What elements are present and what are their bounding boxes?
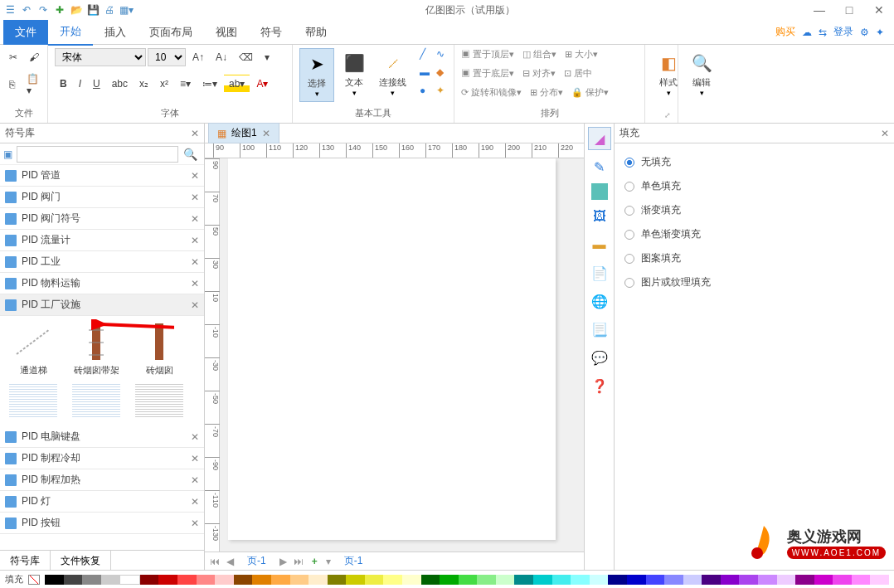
close-lib-icon[interactable]: ✕: [191, 170, 199, 182]
lib-item-keyboard[interactable]: PID 电脑键盘✕: [0, 426, 204, 448]
close-lib-icon[interactable]: ✕: [191, 299, 199, 311]
close-panel-icon[interactable]: ✕: [191, 128, 199, 139]
qat-new-icon[interactable]: ✚: [53, 3, 66, 17]
increase-font-icon[interactable]: A↑: [187, 48, 209, 66]
lib-item-button[interactable]: PID 按钮✕: [0, 513, 204, 534]
clear-format-icon[interactable]: ⌫: [234, 48, 258, 66]
settings-icon[interactable]: ⚙: [860, 27, 869, 38]
qat-print-icon[interactable]: 🖨: [103, 3, 116, 17]
close-lib-icon[interactable]: ✕: [191, 474, 199, 486]
bullets-icon[interactable]: ≔▾: [197, 75, 222, 93]
connector-tool[interactable]: ⟋连接线▾: [374, 48, 411, 100]
qat-menu-icon[interactable]: ☰: [3, 3, 17, 17]
bottom-tab-lib[interactable]: 符号库: [0, 551, 51, 570]
star-shape-icon[interactable]: ✦: [436, 85, 445, 96]
protect-button[interactable]: 🔒 保护▾: [571, 86, 609, 99]
fill-opt-none[interactable]: 无填充: [624, 150, 884, 174]
size-button[interactable]: ⊞ 大小▾: [565, 48, 598, 61]
share-icon[interactable]: ⇆: [819, 27, 827, 38]
qat-open-icon[interactable]: 📂: [70, 3, 83, 17]
fill-opt-mono-gradient[interactable]: 单色渐变填充: [624, 222, 884, 246]
sidetool-doc-icon[interactable]: 📄: [588, 261, 611, 284]
tab-help[interactable]: 帮助: [294, 20, 338, 45]
shape-chimney-frame[interactable]: 砖烟囱带架: [66, 321, 126, 377]
bold-icon[interactable]: B: [55, 75, 72, 93]
fill-opt-solid[interactable]: 单色填充: [624, 174, 884, 198]
tab-insert[interactable]: 插入: [93, 20, 138, 45]
sidetool-layer-icon[interactable]: ▬: [588, 233, 611, 256]
page-tab[interactable]: 页-1: [239, 552, 275, 570]
bottom-tab-recover[interactable]: 文件恢复: [51, 551, 111, 570]
tab-symbol[interactable]: 符号: [249, 20, 294, 45]
shape-chimney[interactable]: 砖烟囱: [129, 321, 189, 377]
sidetool-line-icon[interactable]: ✎: [588, 155, 611, 178]
font-name-select[interactable]: 宋体: [55, 48, 146, 66]
close-lib-icon[interactable]: ✕: [191, 496, 199, 508]
qat-save-icon[interactable]: 💾: [86, 3, 100, 17]
strike-icon[interactable]: abc: [107, 75, 133, 93]
text-tool[interactable]: ⬛文本▾: [338, 48, 371, 100]
lib-item-cooling[interactable]: PID 制程冷却✕: [0, 448, 204, 469]
doc-tab[interactable]: ▦ 绘图1 ✕: [208, 123, 279, 143]
lib-item-factory[interactable]: PID 工厂设施✕: [0, 294, 204, 316]
lib-item-valve-symbol[interactable]: PID 阀门符号✕: [0, 208, 204, 230]
line-spacing-icon[interactable]: ≡▾: [175, 75, 196, 93]
sidetool-page-icon[interactable]: 📃: [588, 318, 611, 341]
send-back-button[interactable]: ▣ 置于底层▾: [461, 67, 514, 80]
edit-button[interactable]: 🔍编辑▾: [685, 48, 718, 100]
lib-item-lamp[interactable]: PID 灯✕: [0, 491, 204, 513]
fill-opt-gradient[interactable]: 渐变填充: [624, 198, 884, 222]
dropdown-icon[interactable]: ▾: [260, 48, 275, 66]
triangle-shape-icon[interactable]: ◆: [436, 66, 445, 78]
lib-item-valve[interactable]: PID 阀门✕: [0, 187, 204, 208]
qat-view-icon[interactable]: ▦▾: [119, 3, 133, 17]
copy-icon[interactable]: ⎘: [4, 75, 20, 94]
close-lib-icon[interactable]: ✕: [191, 431, 199, 443]
tab-start[interactable]: 开始: [48, 19, 93, 46]
tab-view[interactable]: 视图: [204, 20, 249, 45]
page-tab-2[interactable]: 页-1: [336, 552, 372, 570]
lib-item-heating[interactable]: PID 制程加热✕: [0, 469, 204, 491]
lib-item-material[interactable]: PID 物料运输✕: [0, 273, 204, 294]
close-lib-icon[interactable]: ✕: [191, 278, 199, 289]
tab-page-layout[interactable]: 页面布局: [138, 20, 204, 45]
close-lib-icon[interactable]: ✕: [191, 518, 199, 529]
close-doc-icon[interactable]: ✕: [262, 128, 270, 139]
center-button[interactable]: ⊡ 居中: [564, 67, 592, 80]
highlight-icon[interactable]: ab▾: [224, 75, 250, 93]
lib-icon[interactable]: ▣: [3, 148, 15, 160]
maximize-button[interactable]: □: [838, 3, 861, 17]
sidetool-globe-icon[interactable]: 🌐: [588, 289, 611, 313]
align-button[interactable]: ⊟ 对齐▾: [522, 67, 556, 80]
cloud-icon[interactable]: ☁: [802, 27, 812, 38]
close-lib-icon[interactable]: ✕: [191, 256, 199, 268]
qat-undo-icon[interactable]: ↶: [20, 3, 33, 17]
superscript-icon[interactable]: x²: [155, 75, 173, 93]
buy-link[interactable]: 购买: [775, 25, 795, 39]
page-prev-icon[interactable]: ◀: [225, 556, 236, 567]
lib-item-flowmeter[interactable]: PID 流量计✕: [0, 230, 204, 251]
rect-shape-icon[interactable]: ▬: [420, 66, 430, 78]
qat-redo-icon[interactable]: ↷: [36, 3, 50, 17]
no-fill-swatch[interactable]: [28, 575, 40, 585]
font-size-select[interactable]: 10: [148, 48, 186, 66]
paste-icon[interactable]: 📋▾: [22, 70, 44, 100]
subscript-icon[interactable]: x₂: [134, 75, 153, 93]
shape-ladder[interactable]: 通道梯: [3, 321, 63, 377]
search-input[interactable]: [17, 146, 178, 163]
sidetool-help-icon[interactable]: ❓: [588, 374, 611, 397]
login-link[interactable]: 登录: [833, 25, 853, 39]
page[interactable]: [228, 158, 556, 540]
add-page-icon[interactable]: +: [309, 556, 321, 567]
rotate-button[interactable]: ⟳ 旋转和镜像▾: [461, 86, 522, 99]
font-color-icon[interactable]: A▾: [251, 75, 273, 93]
sidetool-comment-icon[interactable]: 💬: [588, 346, 611, 369]
close-lib-icon[interactable]: ✕: [191, 235, 199, 246]
close-lib-icon[interactable]: ✕: [191, 192, 199, 203]
circle-shape-icon[interactable]: ●: [420, 85, 430, 96]
close-fill-panel-icon[interactable]: ✕: [881, 128, 889, 139]
line-shape-icon[interactable]: ╱: [420, 48, 430, 60]
tab-file[interactable]: 文件: [3, 20, 48, 45]
close-lib-icon[interactable]: ✕: [191, 213, 199, 225]
search-icon[interactable]: 🔍: [180, 148, 201, 161]
